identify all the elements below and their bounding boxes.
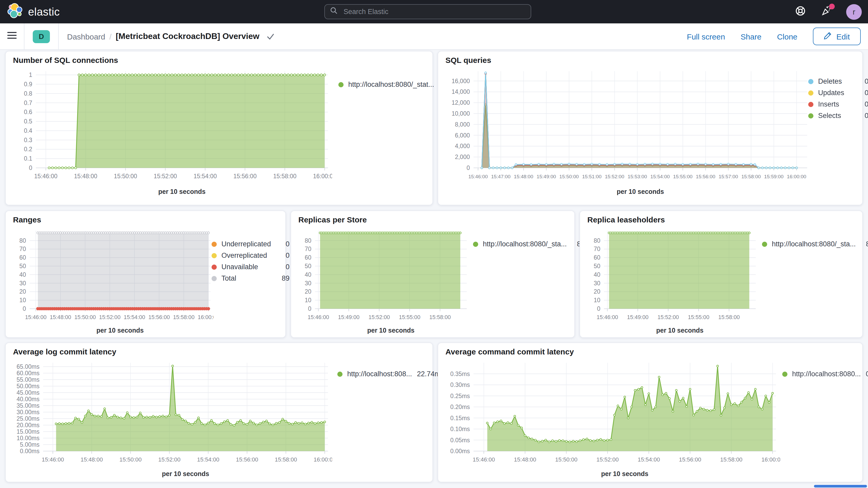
legend-item[interactable]: Selects0 (808, 112, 868, 120)
svg-text:0.15ms: 0.15ms (451, 415, 470, 422)
svg-text:15:54:00: 15:54:00 (197, 456, 219, 463)
legend-item[interactable]: http://localhost:8080/_stat...1 (338, 81, 446, 88)
svg-text:15:52:00: 15:52:00 (154, 173, 177, 180)
sql-connections-chart[interactable]: 15:46:0015:48:0015:50:0015:52:0015:54:00… (10, 67, 332, 200)
edit-button[interactable]: Edit (813, 28, 861, 45)
svg-text:15:54:00: 15:54:00 (124, 314, 145, 320)
search-input[interactable] (343, 7, 525, 16)
svg-text:15:52:00: 15:52:00 (605, 174, 624, 179)
panel-replica-leaseholders: Replica leaseholders 15:46:0015:49:0015:… (580, 211, 863, 338)
svg-text:15:51:00: 15:51:00 (582, 174, 601, 179)
chart-legend: http://localhost:808...22.74ms (337, 370, 444, 378)
svg-text:15:52:00: 15:52:00 (369, 314, 390, 320)
legend-value: 0 (865, 100, 868, 108)
kibana-app: elastic (0, 0, 868, 488)
legend-item[interactable]: Inserts0 (808, 100, 868, 108)
svg-text:30: 30 (305, 280, 311, 286)
legend-value: 0 (286, 251, 289, 259)
panel-average-command-commit-latency: Average command commit latency 15:46:001… (438, 342, 863, 482)
toolbar-divider (24, 23, 24, 49)
svg-text:0.4: 0.4 (24, 127, 32, 134)
svg-text:15:56:00: 15:56:00 (234, 173, 257, 180)
chart-legend: Deletes0Updates0Inserts0Selects0 (808, 78, 868, 120)
svg-text:15:48:00: 15:48:00 (74, 173, 97, 180)
legend-item[interactable]: Deletes0 (808, 78, 868, 85)
legend-item[interactable]: Overreplicated0 (212, 251, 289, 259)
legend-item[interactable]: http://localhost:808...22.74ms (337, 370, 444, 378)
svg-text:15:58:00: 15:58:00 (275, 456, 297, 463)
legend-item[interactable]: http://localhost:8080...0.26ms (782, 370, 868, 378)
svg-text:15:58:00: 15:58:00 (273, 173, 297, 180)
svg-text:40: 40 (305, 271, 311, 278)
legend-label: http://localhost:8080/_stat... (348, 81, 434, 88)
menu-button[interactable] (0, 23, 24, 49)
full-screen-button[interactable]: Full screen (687, 32, 725, 41)
legend-value: 89 (866, 240, 868, 248)
user-avatar[interactable]: r (846, 4, 862, 20)
legend-item[interactable]: http://localhost:8080/_sta...89 (473, 240, 585, 248)
help-button[interactable] (794, 5, 807, 18)
header-actions: r (794, 0, 862, 23)
svg-text:10,000: 10,000 (452, 110, 470, 117)
svg-text:50: 50 (305, 263, 311, 270)
panel-replicas-per-store: Replicas per Store 15:46:0015:49:0015:52… (290, 211, 575, 338)
legend-swatch-icon (212, 241, 217, 247)
title-checkmark-icon[interactable] (267, 33, 274, 40)
chart-legend: http://localhost:8080/_stat...1 (338, 81, 446, 88)
svg-text:30.00ms: 30.00ms (17, 409, 39, 416)
share-button[interactable]: Share (741, 32, 762, 41)
legend-swatch-icon (212, 253, 217, 258)
svg-text:40.00ms: 40.00ms (17, 396, 39, 402)
svg-text:50: 50 (19, 263, 26, 270)
ranges-chart[interactable]: 15:46:0015:48:0015:50:0015:52:0015:54:00… (10, 226, 214, 339)
legend-swatch-icon (782, 371, 787, 376)
panel-title: SQL queries (445, 56, 491, 64)
horizontal-scrollbar-thumb[interactable] (814, 485, 867, 487)
svg-text:15:46:00: 15:46:00 (308, 314, 329, 320)
svg-text:80: 80 (594, 237, 600, 244)
panel-title: Replica leaseholders (587, 215, 665, 224)
legend-item[interactable]: Unavailable0 (212, 263, 289, 271)
svg-text:0.1: 0.1 (24, 155, 32, 162)
svg-text:20.00ms: 20.00ms (17, 422, 39, 428)
svg-text:15:53:00: 15:53:00 (628, 174, 647, 179)
pencil-icon (824, 32, 832, 41)
screenshot-stage: elastic (0, 0, 868, 488)
newsfeed-button[interactable] (820, 5, 833, 18)
svg-text:0.00ms: 0.00ms (20, 448, 39, 455)
legend-item[interactable]: http://localhost:8080/_sta...89 (762, 240, 868, 248)
elastic-home-link[interactable]: elastic (0, 3, 60, 21)
command-commit-latency-chart[interactable]: 15:46:0015:48:0015:50:0015:52:0015:54:00… (442, 359, 780, 482)
svg-text:15:48:00: 15:48:00 (514, 174, 533, 179)
legend-item[interactable]: Updates0 (808, 89, 868, 97)
legend-swatch-icon (762, 241, 767, 247)
replicas-per-store-chart[interactable]: 15:46:0015:49:0015:52:0015:55:0015:58:00… (295, 226, 470, 339)
svg-text:16,000: 16,000 (452, 78, 470, 85)
svg-text:60: 60 (305, 254, 311, 261)
svg-text:per 10 seconds: per 10 seconds (158, 188, 206, 195)
svg-text:per 10 seconds: per 10 seconds (162, 470, 209, 477)
replica-leaseholders-chart[interactable]: 15:46:0015:49:0015:52:0015:55:0015:58:00… (584, 226, 759, 339)
space-badge[interactable]: D (33, 30, 50, 43)
svg-text:30: 30 (594, 280, 600, 286)
panel-title: Number of SQL connections (13, 56, 118, 64)
sql-queries-chart[interactable]: 15:46:0015:47:0015:48:0015:49:0015:50:00… (442, 67, 811, 200)
svg-text:15:52:00: 15:52:00 (657, 314, 679, 320)
log-commit-latency-chart[interactable]: 15:46:0015:48:0015:50:0015:52:0015:54:00… (10, 359, 332, 482)
panel-title: Average command commit latency (445, 347, 574, 356)
svg-text:25.00ms: 25.00ms (17, 415, 39, 422)
svg-text:35.00ms: 35.00ms (17, 402, 39, 409)
breadcrumb-dashboard-link[interactable]: Dashboard (67, 32, 105, 41)
svg-text:20: 20 (19, 288, 26, 295)
global-search[interactable] (324, 4, 531, 19)
panel-title: Ranges (13, 215, 41, 224)
legend-item[interactable]: Total89 (212, 274, 289, 282)
svg-text:0.9: 0.9 (24, 81, 32, 88)
clone-button[interactable]: Clone (777, 32, 797, 41)
svg-text:15:52:00: 15:52:00 (99, 314, 120, 320)
panel-number-of-sql-connections: Number of SQL connections 15:46:0015:48:… (5, 51, 433, 205)
legend-item[interactable]: Underreplicated0 (212, 240, 289, 248)
svg-text:40: 40 (594, 271, 600, 278)
svg-text:15:48:00: 15:48:00 (50, 314, 71, 320)
space-badge-letter: D (39, 32, 44, 40)
